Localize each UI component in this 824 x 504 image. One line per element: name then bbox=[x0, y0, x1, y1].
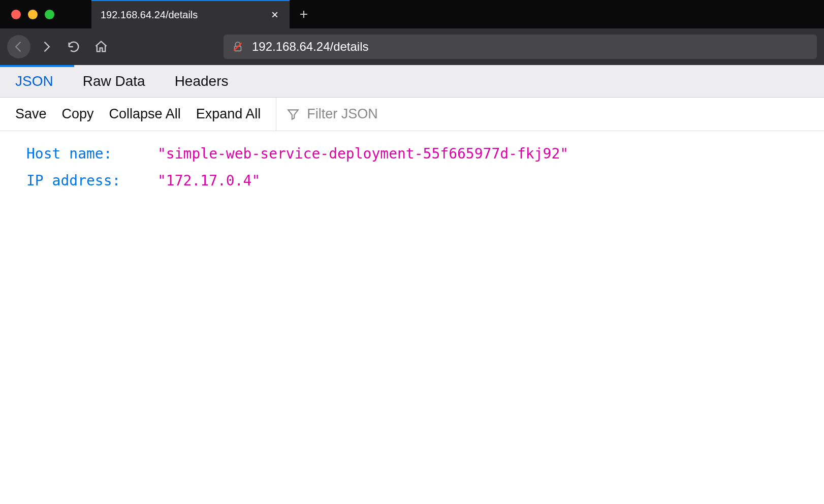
url-bar[interactable]: 192.168.64.24/details bbox=[224, 35, 817, 59]
window-close-button[interactable] bbox=[11, 10, 21, 19]
tab-strip: 192.168.64.24/details × + bbox=[91, 0, 824, 28]
insecure-connection-icon bbox=[232, 41, 244, 53]
tab-title: 192.168.64.24/details bbox=[101, 9, 269, 21]
json-value[interactable]: "172.17.0.4" bbox=[157, 167, 260, 194]
json-row: IP address: "172.17.0.4" bbox=[26, 167, 798, 194]
reload-button[interactable] bbox=[62, 35, 85, 58]
filter-input[interactable] bbox=[307, 106, 459, 122]
collapse-all-button[interactable]: Collapse All bbox=[109, 106, 181, 122]
json-toolbar: Save Copy Collapse All Expand All bbox=[0, 98, 824, 131]
navbar: 192.168.64.24/details bbox=[0, 28, 824, 65]
json-viewer: Host name: "simple-web-service-deploymen… bbox=[0, 131, 824, 203]
expand-all-button[interactable]: Expand All bbox=[196, 106, 261, 122]
url-text: 192.168.64.24/details bbox=[252, 40, 369, 54]
window-controls bbox=[0, 0, 91, 28]
view-tabs: JSON Raw Data Headers bbox=[0, 65, 824, 98]
copy-button[interactable]: Copy bbox=[62, 106, 94, 122]
window-minimize-button[interactable] bbox=[28, 10, 38, 19]
save-button[interactable]: Save bbox=[15, 106, 47, 122]
arrow-right-icon bbox=[39, 40, 53, 54]
reload-icon bbox=[67, 40, 81, 54]
filter-box bbox=[276, 98, 459, 131]
json-key[interactable]: Host name: bbox=[26, 140, 157, 167]
json-value[interactable]: "simple-web-service-deployment-55f665977… bbox=[157, 140, 568, 167]
titlebar: 192.168.64.24/details × + bbox=[0, 0, 824, 28]
tab-json[interactable]: JSON bbox=[15, 65, 53, 97]
back-button[interactable] bbox=[7, 35, 30, 58]
forward-button[interactable] bbox=[35, 35, 58, 58]
home-icon bbox=[94, 40, 108, 54]
close-tab-icon[interactable]: × bbox=[269, 8, 280, 22]
active-tab-indicator bbox=[0, 65, 74, 67]
window-maximize-button[interactable] bbox=[45, 10, 54, 19]
json-key[interactable]: IP address: bbox=[26, 167, 157, 194]
arrow-left-icon bbox=[12, 40, 26, 54]
home-button[interactable] bbox=[89, 35, 113, 58]
new-tab-button[interactable]: + bbox=[290, 0, 318, 28]
filter-icon bbox=[287, 108, 300, 121]
tab-raw-data[interactable]: Raw Data bbox=[83, 65, 145, 97]
tab-headers[interactable]: Headers bbox=[175, 65, 229, 97]
browser-tab[interactable]: 192.168.64.24/details × bbox=[91, 0, 290, 28]
json-row: Host name: "simple-web-service-deploymen… bbox=[26, 140, 798, 167]
